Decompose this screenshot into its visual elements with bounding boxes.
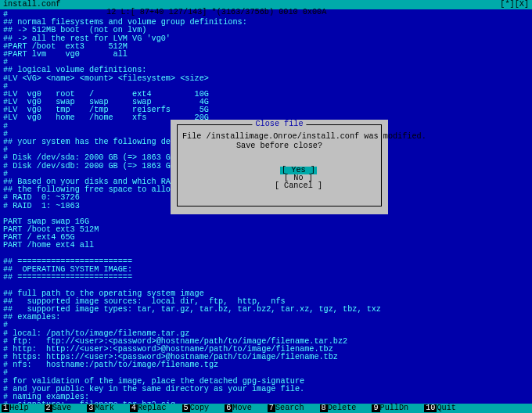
footer-label: Save	[52, 404, 71, 412]
footer-key: 5	[182, 404, 190, 412]
footer-key: 10	[424, 404, 437, 412]
footer-label: Replac	[138, 404, 167, 412]
footer-key: 8	[320, 404, 328, 412]
footer-key: 6	[225, 404, 232, 412]
footer-label: Move	[232, 404, 251, 412]
footer-key: 2	[45, 404, 52, 412]
close-file-dialog: Close file File /installimage.Onroe/inst…	[171, 120, 388, 214]
screen: install.conf [-M--] 12 L:[ 87+40 127/143…	[0, 0, 532, 413]
footer-key: 1	[2, 404, 9, 412]
dialog-message-2: Save before close?	[182, 142, 376, 150]
footer-item-f10[interactable]: 10Quit	[424, 404, 456, 412]
editor-line: PART /home ext4 all	[3, 242, 529, 250]
editor-line: ## supported image types: tar, tar.gz, t…	[3, 306, 529, 314]
footer-label: Search	[275, 404, 304, 412]
footer-label: PullDn	[380, 404, 409, 412]
editor-line: # nfs: hostname:/path/to/image/filename.…	[3, 361, 529, 369]
footer-item-f1[interactable]: 1Help	[2, 404, 29, 412]
footer-key: 3	[87, 404, 95, 412]
footer-label: Mark	[95, 404, 113, 412]
cancel-button[interactable]: [ Cancel ]	[273, 182, 324, 190]
footer-item-f6[interactable]: 6Move	[225, 404, 252, 412]
footer-key: 7	[268, 404, 275, 412]
footer-label: Help	[9, 404, 28, 412]
footer-key: 4	[130, 404, 138, 412]
dialog-buttons: [ Yes ] [ No ] [ Cancel ]	[182, 158, 376, 198]
footer-item-f9[interactable]: 9PullDn	[372, 404, 408, 412]
footer-key: 9	[372, 404, 379, 412]
dialog-message-1: File /installimage.Onroe/install.conf wa…	[182, 133, 376, 141]
footer-item-f4[interactable]: 4Replac	[130, 404, 167, 412]
footer-label: Copy	[190, 404, 209, 412]
editor-line: PART /boot ext3 512M	[3, 226, 529, 234]
editor-line: ## logical volume definitions:	[3, 66, 529, 74]
editor-line: #PART lvm vg0 all	[3, 51, 529, 59]
editor-line: ## examples:	[3, 314, 529, 321]
dialog-title: Close file	[252, 120, 306, 128]
footer-item-f7[interactable]: 7Search	[268, 404, 304, 412]
footer-item-f5[interactable]: 5Copy	[182, 404, 210, 412]
editor-line: #LV <VG> <name> <mount> <filesystem> <si…	[3, 75, 529, 83]
dialog-frame: Close file File /installimage.Onroe/inst…	[177, 124, 382, 206]
title-bar: install.conf [-M--] 12 L:[ 87+40 127/143…	[0, 0, 532, 9]
footer-item-f8[interactable]: 8Delete	[320, 404, 357, 412]
footer-item-f2[interactable]: 2Save	[45, 404, 72, 412]
footer-label: Delete	[328, 404, 357, 412]
footer-bar: 1Help2Save3Mark4Replac5Copy6Move7Search8…	[0, 404, 532, 413]
footer-label: Quit	[437, 404, 455, 412]
title-controls[interactable]: [*][X]	[500, 1, 529, 9]
title-filename: install.conf	[3, 1, 60, 9]
editor-line: #	[3, 321, 529, 329]
editor-line: ## ========================	[3, 274, 529, 282]
footer-item-f3[interactable]: 3Mark	[87, 404, 114, 412]
